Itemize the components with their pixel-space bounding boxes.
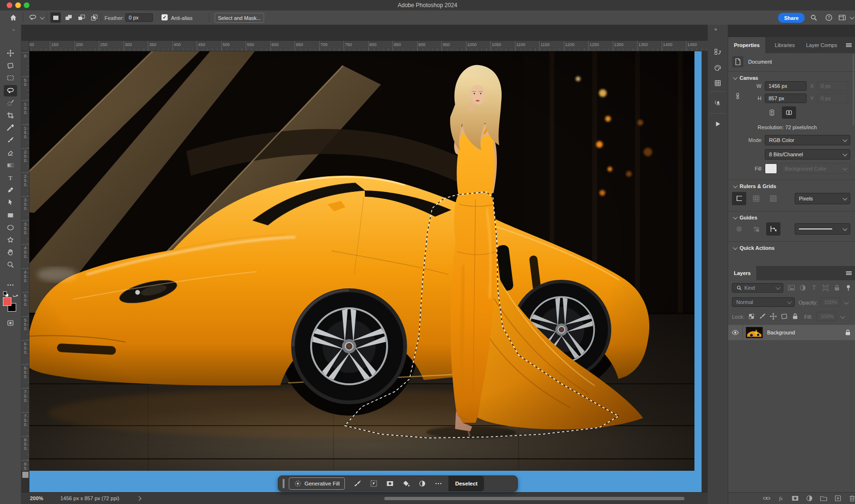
canvas-corner-widget[interactable] bbox=[22, 472, 28, 478]
fill-selection-icon[interactable] bbox=[398, 478, 414, 489]
tab-layers[interactable]: Layers bbox=[728, 266, 756, 280]
hand-tool[interactable] bbox=[4, 247, 17, 258]
rulers-toggle-icon[interactable] bbox=[732, 192, 746, 205]
brush-selection-icon[interactable] bbox=[350, 478, 366, 489]
pixel-grid-toggle-icon[interactable] bbox=[766, 192, 780, 205]
swap-colors-icon[interactable] bbox=[11, 291, 19, 298]
quick-mask-icon[interactable] bbox=[4, 317, 17, 329]
ellipse-tool[interactable] bbox=[4, 222, 17, 233]
portrait-orientation-button[interactable] bbox=[765, 106, 779, 119]
panel-menu-icon[interactable] bbox=[845, 41, 853, 49]
canvas-image[interactable] bbox=[29, 51, 694, 471]
quick-actions-section-header[interactable]: Quick Actions bbox=[733, 245, 775, 251]
more-options-icon[interactable] bbox=[430, 478, 446, 489]
crop-tool[interactable] bbox=[4, 110, 17, 121]
eraser-tool[interactable] bbox=[4, 147, 17, 159]
mask-selection-icon[interactable] bbox=[382, 478, 398, 489]
panel-scrollbar[interactable] bbox=[853, 54, 854, 125]
delete-layer-icon[interactable] bbox=[847, 494, 855, 503]
tool-preset-chevron-icon[interactable] bbox=[40, 15, 45, 19]
guides-toggle-icon[interactable] bbox=[732, 222, 746, 236]
tab-layer-comps[interactable]: Layer Comps bbox=[800, 37, 843, 53]
document-info[interactable]: 1456 px x 857 px (72 ppi) bbox=[60, 495, 119, 501]
lock-position-icon[interactable] bbox=[768, 312, 779, 321]
anti-alias-checkbox[interactable]: ✓ bbox=[162, 14, 168, 20]
horizontal-scrollbar[interactable] bbox=[384, 497, 684, 500]
tab-properties[interactable]: Properties bbox=[728, 37, 765, 53]
lock-all-icon[interactable] bbox=[790, 312, 800, 321]
tool-presets-icon[interactable] bbox=[711, 97, 725, 109]
vertical-ruler[interactable]: 0501001502002503003504004505005506006507… bbox=[21, 51, 29, 471]
rulers-grids-section-header[interactable]: Rulers & Grids bbox=[733, 183, 776, 189]
fill-swatch[interactable] bbox=[765, 163, 777, 174]
artboard-tool[interactable] bbox=[4, 60, 17, 71]
lock-transparency-icon[interactable] bbox=[746, 312, 757, 321]
pin-filter-icon[interactable] bbox=[843, 283, 854, 293]
type-tool[interactable]: T bbox=[4, 172, 17, 183]
guide-style-dropdown[interactable] bbox=[795, 223, 850, 235]
eyedropper-tool[interactable] bbox=[4, 122, 17, 133]
layers-menu-icon[interactable] bbox=[845, 269, 853, 277]
canvas-viewport[interactable] bbox=[29, 51, 694, 471]
bit-depth-dropdown[interactable]: 8 Bits/Channel bbox=[765, 149, 850, 160]
generative-fill-button[interactable]: Generative Fill bbox=[289, 477, 345, 490]
link-layers-icon[interactable] bbox=[761, 494, 772, 503]
lasso-tool[interactable] bbox=[4, 85, 17, 96]
foreground-color-swatch[interactable] bbox=[3, 297, 11, 306]
zoom-level[interactable]: 200% bbox=[30, 495, 43, 501]
smart-object-filter-icon[interactable] bbox=[832, 283, 842, 293]
layer-visibility-icon[interactable] bbox=[728, 328, 742, 337]
landscape-orientation-button[interactable] bbox=[782, 106, 796, 119]
select-and-mask-button[interactable]: Select and Mask... bbox=[215, 13, 264, 23]
actions-play-icon[interactable] bbox=[711, 118, 725, 130]
image-filter-icon[interactable] bbox=[786, 283, 797, 293]
rectangle-tool[interactable] bbox=[4, 209, 17, 221]
color-mode-dropdown[interactable]: RGB Color bbox=[765, 135, 850, 145]
adjustment-filter-icon[interactable] bbox=[798, 283, 808, 293]
move-tool[interactable] bbox=[4, 48, 17, 59]
taskbar-drag-handle[interactable] bbox=[283, 479, 285, 488]
width-input[interactable]: 1456 px bbox=[765, 81, 807, 91]
deselect-button[interactable]: Deselect bbox=[448, 475, 484, 492]
marquee-tool[interactable] bbox=[4, 72, 17, 84]
add-to-selection-icon[interactable] bbox=[63, 12, 74, 23]
tab-libraries[interactable]: Libraries bbox=[769, 37, 800, 53]
share-button[interactable]: Share bbox=[778, 13, 805, 23]
status-chevron-icon[interactable] bbox=[137, 496, 142, 501]
vertical-scrollbar[interactable] bbox=[694, 51, 702, 492]
smart-guides-toggle-icon[interactable] bbox=[766, 222, 780, 236]
canvas-section-header[interactable]: Canvas bbox=[733, 75, 758, 81]
selection-brush-tool[interactable] bbox=[4, 97, 17, 109]
lasso-tool-icon[interactable] bbox=[28, 14, 38, 21]
layer-lock-icon[interactable] bbox=[844, 329, 852, 336]
lock-pixels-icon[interactable] bbox=[757, 312, 768, 321]
layer-mask-icon[interactable] bbox=[790, 494, 800, 503]
guides-section-header[interactable]: Guides bbox=[733, 215, 757, 220]
home-icon[interactable] bbox=[9, 14, 18, 21]
ruler-units-dropdown[interactable]: Pixels bbox=[795, 193, 850, 204]
collapse-panels-icon[interactable]: « bbox=[714, 27, 717, 32]
new-layer-icon[interactable] bbox=[833, 494, 843, 503]
grid-toggle-icon[interactable] bbox=[749, 192, 763, 205]
ruler-corner[interactable] bbox=[21, 41, 29, 51]
gradient-tool[interactable] bbox=[4, 160, 17, 171]
path-select-tool[interactable] bbox=[4, 197, 17, 208]
intersect-selection-icon[interactable] bbox=[89, 12, 99, 23]
workspace-chevron-icon[interactable] bbox=[850, 15, 855, 19]
history-icon[interactable] bbox=[711, 46, 725, 58]
new-selection-icon[interactable] bbox=[50, 12, 61, 23]
horizontal-ruler[interactable]: 1001502002503003504004505005506006507007… bbox=[21, 41, 708, 51]
height-input[interactable]: 857 px bbox=[765, 94, 807, 103]
layer-row-background[interactable]: Background bbox=[728, 325, 855, 340]
more-tools-icon[interactable] bbox=[4, 279, 17, 291]
layer-filter-dropdown[interactable]: Kind bbox=[732, 283, 783, 293]
help-icon[interactable]: ? bbox=[825, 14, 833, 21]
shape-filter-icon[interactable] bbox=[820, 283, 831, 293]
link-dimensions-icon[interactable] bbox=[734, 86, 741, 105]
type-filter-icon[interactable]: T bbox=[809, 283, 819, 293]
lock-guides-toggle-icon[interactable] bbox=[749, 222, 763, 236]
adjust-selection-icon[interactable] bbox=[414, 478, 430, 489]
zoom-tool[interactable] bbox=[4, 259, 17, 270]
feather-input[interactable]: 0 px bbox=[125, 13, 153, 22]
custom-shape-tool[interactable] bbox=[4, 234, 17, 246]
